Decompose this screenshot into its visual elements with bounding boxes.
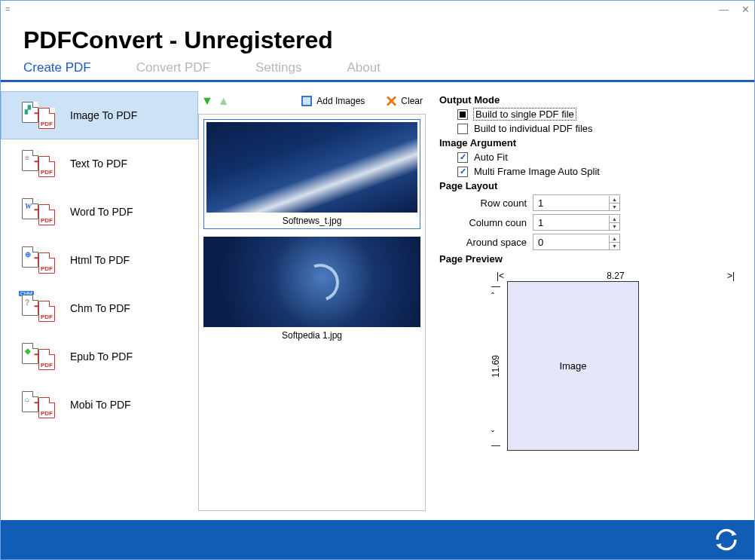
sidebar-item-chm-to-pdf[interactable]: CHM ? ➜ PDF Chm To PDF (1, 284, 198, 332)
add-images-button[interactable]: Add Images (301, 96, 365, 106)
page-preview: |< 8.27 >| —ˆ 11.69 ˇ— Image (484, 271, 739, 451)
sidebar-item-mobi-to-pdf[interactable]: ⌂ ➜ PDF Mobi To PDF (1, 381, 198, 429)
options-panel: Output Mode Build to single PDF file Bui… (432, 82, 754, 520)
tab-settings[interactable]: Settings (255, 60, 301, 75)
multi-split-label: Multi Frame Image Auto Split (474, 166, 600, 177)
sidebar-item-label: Mobi To PDF (70, 399, 131, 411)
app-title: PDFConvert - Unregistered (23, 26, 732, 54)
ruler-left-icon: |< (484, 271, 507, 281)
row-count-input[interactable] (533, 196, 609, 210)
sidebar-item-text-to-pdf[interactable]: ≡ ➜ PDF Text To PDF (1, 139, 198, 188)
image-argument-title: Image Argument (439, 137, 739, 148)
footer (1, 520, 754, 559)
close-icon[interactable]: ✕ (741, 4, 750, 15)
move-up-icon[interactable]: ▲ (218, 95, 230, 107)
epub-to-pdf-icon: ◆ ➜ PDF (22, 343, 57, 370)
image-filename: Softpedia 1.jpg (203, 330, 420, 341)
window-title: = (5, 5, 10, 14)
ruler-bottom-icon: ˇ— (491, 430, 500, 451)
sidebar-item-label: Chm To PDF (70, 302, 130, 314)
around-space-stepper[interactable]: ▲▼ (533, 234, 620, 250)
column-count-label: Column coun (457, 217, 527, 228)
spin-up-icon[interactable]: ▲ (610, 216, 619, 223)
titlebar: = — ✕ (1, 1, 754, 17)
tab-create-pdf[interactable]: Create PDF (23, 60, 91, 75)
page-height: 11.69 (491, 354, 501, 377)
body: ▞ ➜ PDF Image To PDF ≡ ➜ PDF Text To PDF… (1, 82, 754, 520)
move-down-icon[interactable]: ▼ (201, 95, 213, 107)
header: PDFConvert - Unregistered Create PDF Con… (1, 17, 754, 80)
output-mode-title: Output Mode (439, 94, 739, 106)
html-to-pdf-icon: ⊕ ➜ PDF (22, 246, 57, 274)
image-to-pdf-icon: ▞ ➜ PDF (22, 102, 57, 129)
sidebar-item-label: Image To PDF (70, 109, 137, 121)
sidebar-item-label: Epub To PDF (70, 350, 133, 363)
image-filename: Softnews_t.jpg (206, 216, 417, 226)
chm-to-pdf-icon: CHM ? ➜ PDF (22, 295, 57, 322)
column-count-input[interactable] (533, 216, 609, 230)
add-images-icon (301, 96, 312, 106)
list-item[interactable]: Softnews_t.jpg (203, 119, 420, 229)
auto-fit-label: Auto Fit (474, 151, 508, 163)
image-list[interactable]: Softnews_t.jpg Softpedia 1.jpg (198, 114, 426, 511)
word-to-pdf-icon: W ➜ PDF (22, 198, 57, 225)
convert-icon[interactable] (714, 527, 739, 552)
center-panel: ▼ ▲ Add Images Clear Softnews_t.jpg (198, 82, 432, 520)
clear-icon (386, 96, 396, 106)
image-toolbar: ▼ ▲ Add Images Clear (198, 91, 426, 111)
add-images-label: Add Images (316, 96, 365, 106)
minimize-icon[interactable]: — (719, 4, 729, 15)
build-single-label: Build to single PDF file (474, 109, 576, 120)
image-thumbnail (206, 122, 417, 213)
window-controls: — ✕ (708, 4, 750, 15)
column-count-stepper[interactable]: ▲▼ (533, 214, 620, 231)
preview-cell-label: Image (559, 360, 586, 372)
sidebar-item-label: Html To PDF (70, 254, 130, 266)
clear-button[interactable]: Clear (386, 96, 423, 106)
page-width: 8.27 (507, 271, 724, 281)
clear-label: Clear (401, 96, 423, 106)
sidebar-item-label: Word To PDF (70, 206, 133, 218)
spin-down-icon[interactable]: ▼ (610, 223, 619, 230)
build-single-checkbox[interactable] (457, 109, 468, 120)
row-count-label: Row count (457, 197, 527, 209)
ruler-right-icon: >| (724, 271, 739, 281)
build-individual-label: Build to individual PDF files (474, 123, 593, 134)
text-to-pdf-icon: ≡ ➜ PDF (22, 150, 57, 177)
sidebar-item-word-to-pdf[interactable]: W ➜ PDF Word To PDF (1, 188, 198, 236)
image-thumbnail (203, 237, 420, 327)
multi-split-checkbox[interactable] (457, 167, 468, 177)
around-space-label: Around space (457, 237, 527, 248)
spin-up-icon[interactable]: ▲ (610, 235, 619, 243)
tab-row: Create PDF Convert PDF Settings About (23, 60, 732, 75)
page-preview-title: Page Preview (439, 253, 739, 265)
tab-convert-pdf[interactable]: Convert PDF (136, 60, 210, 75)
page-layout-title: Page Layout (439, 180, 739, 191)
sidebar-item-label: Text To PDF (70, 158, 127, 170)
list-item[interactable]: Softpedia 1.jpg (203, 237, 420, 341)
sidebar-item-epub-to-pdf[interactable]: ◆ ➜ PDF Epub To PDF (1, 332, 198, 381)
spin-up-icon[interactable]: ▲ (610, 196, 619, 203)
sidebar: ▞ ➜ PDF Image To PDF ≡ ➜ PDF Text To PDF… (1, 82, 198, 520)
sidebar-item-image-to-pdf[interactable]: ▞ ➜ PDF Image To PDF (1, 91, 198, 139)
sidebar-item-html-to-pdf[interactable]: ⊕ ➜ PDF Html To PDF (1, 236, 198, 284)
ruler-top-icon: —ˆ (491, 281, 500, 302)
app-window: = — ✕ PDFConvert - Unregistered Create P… (0, 0, 755, 560)
auto-fit-checkbox[interactable] (457, 152, 468, 163)
row-count-stepper[interactable]: ▲▼ (533, 194, 620, 211)
around-space-input[interactable] (533, 235, 609, 249)
spin-down-icon[interactable]: ▼ (610, 243, 619, 249)
spin-down-icon[interactable]: ▼ (610, 203, 619, 210)
tab-about[interactable]: About (347, 60, 380, 75)
mobi-to-pdf-icon: ⌂ ➜ PDF (22, 391, 57, 418)
preview-page: Image (507, 281, 639, 451)
build-individual-checkbox[interactable] (457, 124, 468, 134)
